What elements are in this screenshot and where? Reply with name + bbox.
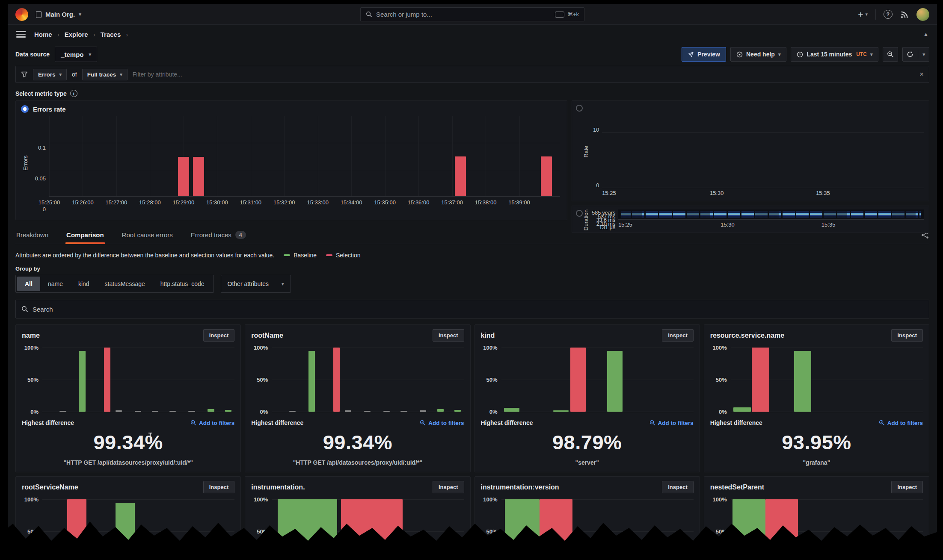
chevron-down-icon: ▾ [89, 52, 92, 57]
inspect-button[interactable]: Inspect [662, 329, 694, 342]
magnifier-minus-icon [887, 51, 894, 58]
plus-icon: + [858, 9, 863, 20]
breadcrumb-traces[interactable]: Traces [101, 31, 121, 38]
highest-difference-label: Highest difference [481, 419, 533, 426]
groupby-name[interactable]: name [40, 277, 71, 291]
rate-y-ticks: 10 0 [590, 104, 602, 199]
time-range-picker[interactable]: Last 15 minutes UTC ▾ [791, 47, 878, 62]
tab-errored-traces[interactable]: Errored traces 4 [190, 226, 247, 244]
clock-icon [797, 51, 803, 58]
inspect-button[interactable]: Inspect [433, 481, 464, 493]
comparison-bar-chart[interactable] [42, 499, 234, 549]
chevron-up-icon[interactable]: ▲ [923, 31, 928, 37]
card-y-ticks: 100% 50% 0% [481, 348, 501, 412]
comparison-bar-chart[interactable] [501, 348, 694, 412]
metric-panels: Errors rate Errors 0.1 0.05 0 15:25:0015… [15, 100, 929, 220]
funnel-icon [21, 71, 28, 78]
tab-breakdown[interactable]: Breakdown [15, 226, 49, 244]
attribute-cards-row-2: rootServiceName Inspect 100% 50% 0% High… [15, 476, 929, 549]
filter-attribute-input[interactable]: Filter by attribute... [133, 71, 182, 78]
groupby-all[interactable]: All [17, 277, 40, 291]
new-menu-button[interactable]: + ▾ [858, 9, 868, 20]
refresh-button[interactable]: ▾ [902, 47, 929, 62]
comparison-description: Attributes are ordered by the difference… [15, 252, 274, 259]
help-button[interactable]: ? [884, 10, 893, 19]
highest-difference-label: Highest difference [710, 419, 762, 426]
add-to-filters-link[interactable]: Add to filters [190, 420, 234, 426]
keyboard-icon [555, 12, 564, 18]
timezone-label: UTC [856, 51, 867, 57]
news-rss-button[interactable] [900, 10, 909, 19]
org-name: Main Org. [45, 11, 75, 18]
attribute-card: rootServiceName Inspect 100% 50% 0% High… [15, 476, 241, 549]
rate-x-ticks: 15:25 15:30 15:35 [602, 190, 924, 199]
card-y-ticks: 100% 50% 0% [22, 348, 42, 412]
tab-root-cause-errors[interactable]: Root cause errors [121, 226, 174, 244]
inspect-button[interactable]: Inspect [203, 481, 235, 493]
card-title: instrumentation:version [481, 483, 559, 491]
card-y-ticks: 100% 50% 0% [481, 499, 501, 549]
info-circle-icon [736, 51, 743, 58]
errors-rate-panel: Errors rate Errors 0.1 0.05 0 15:25:0015… [15, 100, 567, 220]
grafana-logo-icon[interactable] [15, 8, 28, 21]
highest-difference-label: Highest difference [22, 419, 74, 426]
grafana-app-window: Main Org. ▾ Search or jump to... ⌘+k + ▾… [8, 4, 937, 560]
breadcrumb-explore[interactable]: Explore [65, 31, 88, 38]
inspect-button[interactable]: Inspect [203, 329, 235, 342]
filter-secondary-select[interactable]: Full traces ▾ [82, 69, 128, 80]
comparison-bar-chart[interactable] [731, 499, 923, 549]
add-to-filters-link[interactable]: Add to filters [649, 420, 694, 426]
mouse-cursor [147, 432, 153, 444]
comparison-bar-chart[interactable] [731, 348, 923, 412]
rocket-icon [688, 51, 694, 58]
breadcrumb-home[interactable]: Home [34, 31, 52, 38]
breadcrumb-separator: › [126, 31, 128, 38]
card-y-ticks: 100% 50% 0% [710, 499, 731, 549]
comparison-description-row: Attributes are ordered by the difference… [15, 252, 929, 259]
org-picker[interactable]: Main Org. ▾ [36, 11, 81, 18]
errored-traces-count-badge: 4 [235, 231, 246, 239]
groupby-kind[interactable]: kind [71, 277, 97, 291]
inspect-button[interactable]: Inspect [433, 329, 464, 342]
global-search-input[interactable]: Search or jump to... ⌘+k [360, 7, 584, 21]
close-icon[interactable]: × [919, 70, 924, 79]
attribute-search-input[interactable]: Search [15, 300, 929, 318]
other-attributes-select[interactable]: Other attributes ▾ [221, 275, 291, 293]
attribute-card: rootName Inspect 100% 50% 0% Highest dif… [245, 324, 470, 472]
legend-selection: Selection [326, 252, 361, 259]
menu-hamburger-button[interactable] [16, 31, 26, 38]
groupby-statusmessage[interactable]: statusMessage [97, 277, 153, 291]
keyboard-shortcut-hint: ⌘+k [555, 11, 579, 18]
toolbar: Data source _tempo ▾ Preview Need help ▾… [8, 44, 937, 65]
card-y-ticks: 100% 50% 0% [251, 499, 272, 549]
add-to-filters-link[interactable]: Add to filters [420, 420, 464, 426]
errors-rate-radio[interactable]: Errors rate [21, 105, 560, 113]
comparison-bar-chart[interactable] [272, 348, 464, 412]
breadcrumb-separator: › [93, 31, 95, 38]
need-help-button[interactable]: Need help ▾ [730, 47, 786, 62]
duration-heatmap[interactable] [618, 209, 924, 219]
preview-button[interactable]: Preview [682, 47, 726, 62]
filter-primary-select[interactable]: Errors ▾ [33, 69, 67, 80]
comparison-bar-chart[interactable] [42, 348, 234, 412]
datasource-select[interactable]: _tempo ▾ [55, 47, 97, 62]
card-title: nestedSetParent [710, 483, 764, 491]
chevron-down-icon: ▾ [120, 72, 122, 77]
add-to-filters-link[interactable]: Add to filters [879, 420, 923, 426]
inspect-button[interactable]: Inspect [662, 481, 694, 493]
duration-y-ticks: 585 years 537 ms 33.6 ms 2.10 ms 131 µs [590, 209, 618, 230]
card-title: kind [481, 332, 495, 339]
inspect-button[interactable]: Inspect [891, 329, 923, 342]
comparison-bar-chart[interactable] [501, 499, 694, 549]
tab-comparison[interactable]: Comparison [65, 226, 105, 244]
zoom-out-button[interactable] [883, 47, 898, 62]
card-title: instrumentation. [251, 483, 305, 491]
user-avatar[interactable] [916, 8, 929, 21]
errors-rate-chart[interactable] [49, 116, 560, 197]
rate-chart[interactable] [602, 104, 924, 188]
comparison-bar-chart[interactable] [272, 499, 464, 549]
inspect-button[interactable]: Inspect [891, 481, 923, 493]
groupby-http-status-code[interactable]: http.status_code [153, 277, 212, 291]
baseline-swatch [284, 254, 290, 256]
search-icon [21, 306, 28, 312]
